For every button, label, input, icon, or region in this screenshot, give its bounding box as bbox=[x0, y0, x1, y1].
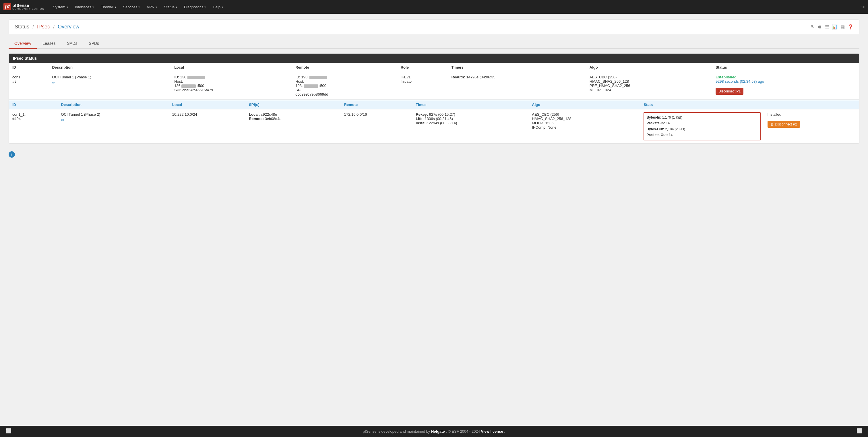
refresh-icon[interactable]: ↻ bbox=[811, 24, 815, 30]
disconnect-p2-label: Disconnect P2 bbox=[775, 122, 797, 126]
p1-edit-icon[interactable]: ✏ bbox=[52, 81, 167, 85]
p2-install-val: 2294s (00:38:14) bbox=[429, 121, 457, 125]
p2-remote: 172.16.0.0/16 bbox=[344, 112, 367, 117]
nav-diagnostics[interactable]: Diagnostics ▾ bbox=[181, 3, 209, 11]
p1-description: OCI Tunnel 1 (Phase 1) bbox=[52, 75, 91, 79]
page-header: Status / IPsec / Overview ↻ ⏺ ☰ 📊 ▦ ❓ bbox=[9, 20, 859, 34]
p1-col-timers: Timers bbox=[448, 63, 586, 72]
p2-col-algo: Algo bbox=[528, 100, 640, 110]
p1-remote-host-label: Host: bbox=[296, 79, 304, 84]
nav-services[interactable]: Services ▾ bbox=[120, 3, 143, 11]
stop-icon[interactable]: ⏺ bbox=[817, 24, 822, 30]
breadcrumb-link[interactable]: IPsec bbox=[37, 24, 50, 30]
p1-remote-id-redacted bbox=[309, 76, 327, 79]
p2-algo3: MODP_1536 bbox=[532, 121, 553, 125]
filter-icon[interactable]: ☰ bbox=[825, 24, 829, 30]
p2-col-desc: Description bbox=[58, 100, 169, 110]
p1-local-host: 136 bbox=[174, 84, 181, 88]
p1-local-spi: cba64fc45515f479 bbox=[182, 88, 213, 92]
p2-local: 10.222.10.0/24 bbox=[172, 112, 197, 117]
stats-box: Bytes-In: 1,176 (1 KiB) Packets-In: 14 B… bbox=[644, 112, 761, 141]
brand-sub: COMMUNITY EDITION bbox=[12, 8, 44, 11]
p2-cell-stats: Bytes-In: 1,176 (1 KiB) Packets-In: 14 B… bbox=[640, 110, 764, 144]
ipsec-status-section: IPsec Status ID Description Local Remote… bbox=[9, 54, 859, 144]
chevron-down-icon: ▾ bbox=[92, 5, 94, 9]
chevron-down-icon: ▾ bbox=[222, 5, 223, 9]
nav-status[interactable]: Status ▾ bbox=[161, 3, 180, 11]
p1-cell-desc: OCI Tunnel 1 (Phase 1) ✏ bbox=[49, 72, 171, 100]
p2-algo2: HMAC_SHA2_256_128 bbox=[532, 117, 571, 121]
p1-algo4: MODP_1024 bbox=[590, 88, 611, 92]
bytes-out-val: 2,184 (2 KiB) bbox=[665, 127, 685, 131]
brand-name: pfSense bbox=[12, 3, 44, 8]
p2-table: ID Description Local SPI(s) Remote Times… bbox=[9, 100, 859, 144]
nav-firewall[interactable]: Firewall ▾ bbox=[98, 3, 119, 11]
p2-col-stats: Stats bbox=[640, 100, 764, 110]
p1-table: ID Description Local Remote Role Timers … bbox=[9, 63, 859, 100]
breadcrumb-current: Overview bbox=[58, 24, 79, 30]
nav-vpn[interactable]: VPN ▾ bbox=[144, 3, 160, 11]
p1-algo1: AES_CBC (256) bbox=[590, 75, 617, 79]
bytes-in-label: Bytes-In: bbox=[646, 116, 661, 120]
p1-cell-status: Established 9298 seconds (02:34:58) ago … bbox=[712, 72, 859, 100]
chevron-down-icon: ▾ bbox=[176, 5, 177, 9]
breadcrumb-sep1: / bbox=[32, 24, 34, 30]
p1-local-host-label: Host: bbox=[174, 79, 183, 84]
p2-status: Installed bbox=[768, 112, 781, 117]
p1-remote-host-redacted bbox=[304, 85, 318, 88]
p1-col-status: Status bbox=[712, 63, 859, 72]
p1-status-time: 9298 seconds (02:34:58) ago bbox=[716, 79, 764, 84]
p2-col-remote: Remote bbox=[341, 100, 412, 110]
p1-table-row: con1 #9 OCI Tunnel 1 (Phase 1) ✏ ID: 136… bbox=[9, 72, 859, 100]
packets-out-val: 14 bbox=[669, 133, 673, 137]
p1-remote-id: 193. bbox=[301, 75, 308, 79]
tab-overview[interactable]: Overview bbox=[9, 39, 37, 49]
p1-local-port: :500 bbox=[197, 84, 204, 88]
p2-algo1: AES_CBC (256) bbox=[532, 112, 559, 117]
p1-local-id-redacted bbox=[187, 76, 205, 79]
p1-col-id: ID bbox=[9, 63, 49, 72]
p1-col-role: Role bbox=[397, 63, 448, 72]
tab-sads[interactable]: SADs bbox=[61, 39, 83, 49]
p2-spi-local: c922c48e bbox=[261, 112, 277, 117]
p2-id-line1: con1_1: bbox=[12, 112, 26, 117]
chart-icon[interactable]: 📊 bbox=[832, 24, 838, 30]
packets-out-label: Packets-Out: bbox=[646, 133, 668, 137]
p2-edit-icon[interactable]: ✏ bbox=[61, 118, 165, 122]
help-icon[interactable]: ❓ bbox=[848, 24, 854, 30]
p2-spi-remote: 3eb08d4a bbox=[265, 117, 282, 121]
p1-cell-role: IKEv1 Initiator bbox=[397, 72, 448, 100]
p2-col-id: ID bbox=[9, 100, 58, 110]
p1-local-spi-label: SPI: bbox=[174, 88, 181, 92]
p1-role2: Initiator bbox=[401, 79, 413, 84]
p2-cell-local: 10.222.10.0/24 bbox=[169, 110, 245, 144]
p2-description: OCI Tunnel 1 (Phase 2) bbox=[61, 112, 100, 117]
p2-cell-spi: Local: c922c48e Remote: 3eb08d4a bbox=[245, 110, 341, 144]
packets-in-val: 14 bbox=[666, 121, 670, 125]
info-icon[interactable]: i bbox=[9, 151, 15, 158]
p1-col-remote: Remote bbox=[292, 63, 397, 72]
nav-help[interactable]: Help ▾ bbox=[210, 3, 226, 11]
p2-cell-action: Installed 🗑 Disconnect P2 bbox=[764, 110, 859, 144]
breadcrumb-sep2: / bbox=[53, 24, 55, 30]
p2-cell-desc: OCI Tunnel 1 (Phase 2) ✏ bbox=[58, 110, 169, 144]
p1-cell-timers: Reauth: 14795s (04:06:35) bbox=[448, 72, 586, 100]
p2-cell-id: con1_1: #404 bbox=[9, 110, 58, 144]
tab-spds[interactable]: SPDs bbox=[83, 39, 105, 49]
bytes-out-label: Bytes-Out: bbox=[646, 127, 664, 131]
nav-system[interactable]: System ▾ bbox=[50, 3, 71, 11]
disconnect-p1-button[interactable]: Disconnect P1 bbox=[716, 88, 743, 95]
disconnect-p2-button[interactable]: 🗑 Disconnect P2 bbox=[768, 121, 800, 128]
p1-local-host-redacted bbox=[181, 85, 196, 88]
tab-leases[interactable]: Leases bbox=[37, 39, 61, 49]
header-icons: ↻ ⏺ ☰ 📊 ▦ ❓ bbox=[811, 24, 854, 30]
p1-status-established: Established bbox=[716, 75, 737, 79]
nav-interfaces[interactable]: Interfaces ▾ bbox=[72, 3, 97, 11]
p1-col-desc: Description bbox=[49, 63, 171, 72]
logout-icon[interactable]: ⇥ bbox=[860, 4, 865, 10]
p1-local-id-label: ID: bbox=[174, 75, 179, 79]
breadcrumb-prefix: Status bbox=[14, 24, 29, 30]
grid-icon[interactable]: ▦ bbox=[840, 24, 845, 30]
p2-table-row: con1_1: #404 OCI Tunnel 1 (Phase 2) ✏ 10… bbox=[9, 110, 859, 144]
p2-col-times: Times bbox=[412, 100, 528, 110]
